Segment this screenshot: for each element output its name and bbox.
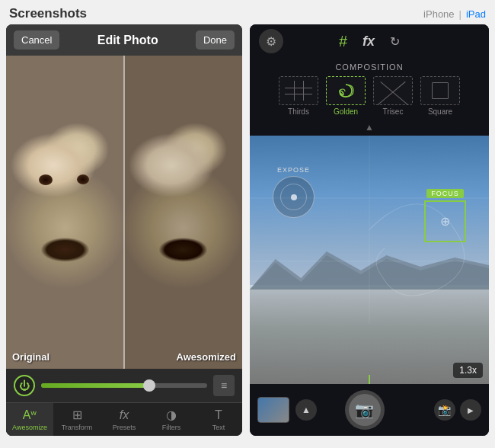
page-title: Screenshots <box>9 6 87 21</box>
composition-section: COMPOSITION Thirds <box>250 58 489 122</box>
photo-original: Original <box>6 56 124 369</box>
composition-square[interactable]: Square <box>420 76 460 116</box>
composition-trisec[interactable]: Trisec <box>373 76 413 116</box>
device-links: iPhone | iPad <box>423 8 486 20</box>
nav-left-icon: ▲ <box>302 405 311 415</box>
tab-filters[interactable]: ◑ Filters <box>148 403 195 436</box>
composition-options: Thirds Golden <box>257 76 481 116</box>
thumbnail-preview[interactable] <box>257 397 289 423</box>
slider-thumb[interactable] <box>143 379 155 392</box>
focus-control[interactable]: FOCUS ⊕ <box>424 189 466 242</box>
trisec-label: Trisec <box>383 107 404 116</box>
photo-split: Original Awesomized <box>6 56 242 369</box>
done-button[interactable]: Done <box>196 30 235 50</box>
presets-icon: fx <box>120 408 129 422</box>
presets-label: Presets <box>113 424 136 431</box>
thirds-label: Thirds <box>288 107 309 116</box>
tab-presets[interactable]: fx Presets <box>101 403 148 436</box>
focus-box[interactable]: ⊕ <box>424 200 466 242</box>
dog-eye-left <box>39 174 53 185</box>
golden-label: Golden <box>334 107 358 116</box>
tab-text[interactable]: T Text <box>195 403 242 436</box>
cancel-button[interactable]: Cancel <box>14 30 59 50</box>
dog-photo-right <box>124 56 242 369</box>
bottom-tabs: Aʷ Awesomize ⊞ Transform fx Presets ◑ Fi… <box>6 402 242 436</box>
camera-icon: 📷 <box>355 401 374 419</box>
ipad-link[interactable]: iPad <box>466 8 486 20</box>
gear-icon: ⚙ <box>266 34 276 49</box>
transform-label: Transform <box>62 424 93 431</box>
ipad-bottom: ▲ 📷 📸 ▶ <box>250 384 489 436</box>
video-button[interactable]: ▶ <box>460 399 481 421</box>
focus-corner-br <box>460 236 466 242</box>
thirds-grid-icon <box>285 81 312 101</box>
power-button[interactable]: ⏻ <box>14 375 35 396</box>
phone-header: Cancel Edit Photo Done <box>6 24 242 56</box>
capture-button[interactable]: 📷 <box>345 390 385 430</box>
awesomized-label: Awesomized <box>176 351 236 363</box>
left-panel: Cancel Edit Photo Done Original Awesomiz… <box>6 24 242 436</box>
trisec-icon <box>379 81 407 101</box>
split-line <box>123 56 125 369</box>
filters-label: Filters <box>162 424 181 431</box>
square-box <box>420 76 460 105</box>
expose-circle[interactable] <box>273 176 315 218</box>
ipad-header: ⚙ # fx ↻ <box>250 24 489 58</box>
dog-eye-right <box>77 174 89 184</box>
focus-crosshair: ⊕ <box>440 214 450 229</box>
iphone-link[interactable]: iPhone <box>423 8 454 20</box>
expose-inner <box>280 184 307 210</box>
edit-photo-title: Edit Photo <box>59 34 195 47</box>
settings-button[interactable]: ≡ <box>213 375 235 396</box>
focus-corner-tl <box>424 200 430 206</box>
capture-inner: 📷 <box>349 394 381 426</box>
power-icon: ⏻ <box>19 379 30 392</box>
thirds-box <box>279 76 318 105</box>
awesomize-icon: Aʷ <box>23 408 37 422</box>
ipad-header-center: # fx ↻ <box>283 33 455 50</box>
main-content: Cancel Edit Photo Done Original Awesomiz… <box>0 24 495 442</box>
slider-fill <box>41 383 149 388</box>
thirds-hline2 <box>285 94 312 94</box>
square-label: Square <box>428 107 452 116</box>
gear-button[interactable]: ⚙ <box>259 29 283 53</box>
focus-corner-bl <box>424 236 430 242</box>
original-label: Original <box>12 351 50 363</box>
tab-awesomize[interactable]: Aʷ Awesomize <box>6 403 53 436</box>
awesomize-label: Awesomize <box>12 424 47 431</box>
transform-icon: ⊞ <box>72 408 82 422</box>
link-separator: | <box>459 8 461 20</box>
photo-mode-icon: 📸 <box>438 404 451 416</box>
filters-icon: ◑ <box>166 408 177 422</box>
composition-thirds[interactable]: Thirds <box>279 76 318 116</box>
text-icon: T <box>215 408 222 422</box>
hash-icon[interactable]: # <box>339 33 347 50</box>
thirds-hline1 <box>285 88 312 88</box>
video-icon: ▶ <box>468 406 474 414</box>
composition-title: COMPOSITION <box>257 62 481 72</box>
top-bar: Screenshots iPhone | iPad <box>0 0 495 24</box>
mountains-svg <box>250 244 489 290</box>
square-icon <box>432 82 449 99</box>
golden-box <box>326 76 366 105</box>
dog-photo-left <box>6 56 124 369</box>
controls-bar: ⏻ ≡ <box>6 369 242 402</box>
photo-mode-button[interactable]: 📸 <box>434 399 455 421</box>
rotate-icon[interactable]: ↻ <box>390 34 400 49</box>
golden-spiral-icon <box>332 81 359 101</box>
nav-left-button[interactable]: ▲ <box>295 399 317 421</box>
tab-transform[interactable]: ⊞ Transform <box>53 403 101 436</box>
expose-control[interactable]: EXPOSE <box>273 166 315 218</box>
fx-icon[interactable]: fx <box>362 34 375 50</box>
bottom-right-controls: 📸 ▶ <box>434 399 481 421</box>
composition-golden[interactable]: Golden <box>326 76 366 116</box>
trisec-box <box>373 76 413 105</box>
expand-arrow[interactable]: ▲ <box>250 122 489 136</box>
expose-label: EXPOSE <box>277 166 310 174</box>
photo-awesomized: Awesomized <box>124 56 242 369</box>
photo-area: Original Awesomized <box>6 56 242 369</box>
vertical-indicator <box>369 375 370 384</box>
intensity-slider[interactable] <box>41 383 207 388</box>
photo-canvas[interactable]: EXPOSE FOCUS ⊕ 1.3x <box>250 136 489 384</box>
focus-corner-tr <box>460 200 466 206</box>
